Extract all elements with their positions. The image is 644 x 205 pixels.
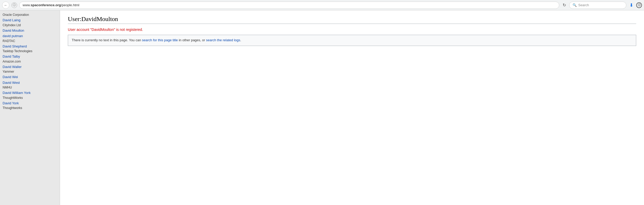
sidebar-company-yammer: Yammer bbox=[3, 69, 57, 74]
info-icon: ⓘ bbox=[13, 3, 16, 7]
list-item-david-talby: David Talby Amazon.com bbox=[3, 54, 57, 64]
list-item-david-putman: david putman RADTAC bbox=[3, 33, 57, 43]
sidebar-link-david-talby[interactable]: David Talby bbox=[3, 54, 20, 58]
info-text-before: There is currently no text in this page.… bbox=[72, 38, 142, 42]
info-button[interactable]: ⓘ bbox=[11, 2, 17, 8]
search-related-logs-link[interactable]: search the related logs bbox=[206, 38, 240, 42]
list-item-david-wei: David Wei bbox=[3, 74, 57, 80]
search-bar[interactable]: 🔍 Search bbox=[569, 2, 626, 9]
page-content: Oracle Corporation David Laing CityIndex… bbox=[0, 10, 644, 205]
sidebar-company-tasktop: Tasktop Technologies bbox=[3, 49, 57, 53]
sidebar-link-david-west[interactable]: David West bbox=[3, 81, 20, 85]
back-icon: ← bbox=[4, 3, 8, 7]
menu-icon: ⓘ bbox=[638, 3, 641, 7]
info-text-middle: in other pages, or bbox=[178, 38, 206, 42]
list-item-david-william-york: David William York ThoughtWorks bbox=[3, 90, 57, 100]
info-text-after: . bbox=[240, 38, 241, 42]
menu-button[interactable]: ⓘ bbox=[636, 2, 642, 8]
page-title: User:DavidMoulton bbox=[68, 16, 636, 24]
list-item-david-waller: David Waller Yammer bbox=[3, 64, 57, 74]
list-item-david-moulton: David Moulton bbox=[3, 28, 57, 33]
url-bar[interactable]: www.spaconference.org/people.html bbox=[19, 2, 559, 9]
download-button[interactable]: ⬇ bbox=[628, 2, 634, 8]
sidebar-company-thoughtworks1: ThoughtWorks bbox=[3, 95, 57, 100]
sidebar-company-amazon: Amazon.com bbox=[3, 59, 57, 64]
sidebar-company-oracle: Oracle Corporation bbox=[3, 12, 57, 17]
search-icon: 🔍 bbox=[573, 3, 577, 7]
sidebar: Oracle Corporation David Laing CityIndex… bbox=[0, 10, 60, 205]
error-message: User account "DavidMoulton" is not regis… bbox=[68, 28, 636, 32]
sidebar-link-david-laing[interactable]: David Laing bbox=[3, 18, 21, 22]
info-box: There is currently no text in this page.… bbox=[68, 35, 636, 46]
sidebar-link-david-moulton[interactable]: David Moulton bbox=[3, 29, 24, 32]
sidebar-company-radtac: RADTAC bbox=[3, 39, 57, 43]
search-page-title-link[interactable]: search for this page title bbox=[142, 38, 178, 42]
sidebar-company-cityindex: CityIndex Ltd bbox=[3, 23, 57, 28]
sidebar-link-david-putman[interactable]: david putman bbox=[3, 34, 23, 38]
sidebar-link-david-shepherd[interactable]: David Shepherd bbox=[3, 44, 27, 48]
list-item-david-laing: David Laing CityIndex Ltd bbox=[3, 18, 57, 28]
url-text: www.spaconference.org/people.html bbox=[23, 3, 79, 7]
list-item-david-york: David York Thoughtworks bbox=[3, 101, 57, 111]
browser-toolbar: ← ⓘ www.spaconference.org/people.html ↻ … bbox=[0, 0, 644, 10]
back-button[interactable]: ← bbox=[2, 2, 9, 9]
sidebar-company-thoughtworks2: Thoughtworks bbox=[3, 106, 57, 110]
sidebar-company-nmhu: NMHU bbox=[3, 85, 57, 90]
download-icon: ⬇ bbox=[629, 2, 633, 8]
sidebar-oracle-company: Oracle Corporation bbox=[3, 12, 57, 17]
sidebar-link-david-york[interactable]: David York bbox=[3, 101, 19, 105]
sidebar-link-david-wei[interactable]: David Wei bbox=[3, 75, 18, 79]
list-item-david-shepherd: David Shepherd Tasktop Technologies bbox=[3, 44, 57, 54]
list-item-david-west: David West NMHU bbox=[3, 80, 57, 90]
main-content: User:DavidMoulton User account "DavidMou… bbox=[60, 10, 644, 205]
reload-icon: ↻ bbox=[563, 3, 566, 8]
search-placeholder: Search bbox=[578, 3, 589, 7]
sidebar-link-david-waller[interactable]: David Waller bbox=[3, 65, 22, 69]
reload-button[interactable]: ↻ bbox=[561, 2, 567, 8]
sidebar-link-david-william-york[interactable]: David William York bbox=[3, 91, 31, 95]
